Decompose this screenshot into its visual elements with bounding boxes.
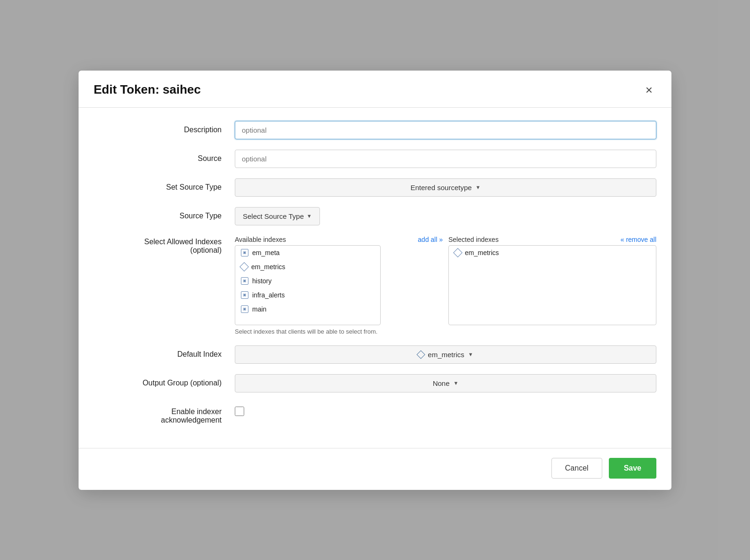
- remove-all-link[interactable]: « remove all: [621, 236, 656, 243]
- modal-body: Description Source Set Source Type Enter…: [79, 108, 671, 448]
- allowed-indexes-label: Select Allowed Indexes(optional): [94, 236, 235, 255]
- enable-indexer-checkbox[interactable]: [235, 407, 244, 416]
- source-label: Source: [94, 150, 235, 163]
- output-group-control: None ▼: [235, 374, 656, 392]
- output-group-value: None: [433, 379, 450, 387]
- available-label: Available indexes: [235, 236, 286, 243]
- source-type-row: Source Type Select Source Type ▼: [94, 207, 656, 225]
- default-index-value: em_metrics: [428, 351, 464, 359]
- diamond-icon-available: [239, 262, 249, 272]
- indexes-columns-wrap: Available indexes add all » ▣ em_meta: [235, 236, 656, 325]
- indexes-hint: Select indexes that clients will be able…: [235, 328, 656, 335]
- chevron-down-icon-4: ▼: [453, 380, 458, 386]
- default-index-button[interactable]: em_metrics ▼: [235, 345, 656, 364]
- source-input[interactable]: [235, 150, 656, 168]
- list-item[interactable]: ▣ main: [235, 302, 380, 316]
- output-group-row: Output Group (optional) None ▼: [94, 374, 656, 392]
- modal-footer: Cancel Save: [79, 448, 671, 490]
- source-type-control: Select Source Type ▼: [235, 207, 656, 225]
- set-source-type-row: Set Source Type Entered sourcetype ▼: [94, 178, 656, 197]
- enable-indexer-row: Enable indexeracknowledgement: [94, 403, 656, 424]
- description-row: Description: [94, 121, 656, 139]
- chevron-down-icon-2: ▼: [307, 213, 312, 219]
- list-item[interactable]: em_metrics: [449, 246, 656, 260]
- set-source-type-control: Entered sourcetype ▼: [235, 178, 656, 197]
- description-input[interactable]: [235, 121, 656, 139]
- output-group-button[interactable]: None ▼: [235, 374, 656, 392]
- close-button[interactable]: ×: [642, 82, 656, 98]
- diamond-icon-default: [417, 350, 425, 359]
- selected-indexes-list: em_metrics: [448, 245, 656, 325]
- modal-title: Edit Token: saihec: [94, 82, 201, 97]
- allowed-indexes-control: Available indexes add all » ▣ em_meta: [235, 236, 656, 335]
- output-group-label: Output Group (optional): [94, 374, 235, 387]
- selected-header: Selected indexes « remove all: [448, 236, 656, 243]
- available-indexes-list: ▣ em_meta em_metrics ▣ history: [235, 245, 381, 325]
- cancel-button[interactable]: Cancel: [551, 458, 602, 479]
- save-button[interactable]: Save: [609, 458, 656, 479]
- list-item[interactable]: ▣ infra_alerts: [235, 288, 380, 302]
- chevron-down-icon: ▼: [476, 184, 481, 190]
- set-source-type-label: Set Source Type: [94, 178, 235, 192]
- add-all-link[interactable]: add all »: [418, 236, 443, 243]
- enable-indexer-label: Enable indexeracknowledgement: [94, 403, 235, 424]
- default-index-row: Default Index em_metrics ▼: [94, 345, 656, 364]
- description-control: [235, 121, 656, 139]
- default-index-label: Default Index: [94, 345, 235, 359]
- source-type-button[interactable]: Select Source Type ▼: [235, 207, 320, 225]
- doc-icon: ▣: [241, 291, 248, 299]
- doc-icon: ▣: [241, 277, 248, 285]
- set-source-type-button[interactable]: Entered sourcetype ▼: [235, 178, 656, 197]
- list-item[interactable]: em_metrics: [235, 260, 380, 274]
- source-row: Source: [94, 150, 656, 168]
- modal-overlay: Edit Token: saihec × Description Source: [0, 0, 750, 560]
- diamond-icon-selected: [453, 248, 463, 257]
- modal-header: Edit Token: saihec ×: [79, 71, 671, 108]
- set-source-type-value: Entered sourcetype: [411, 184, 472, 192]
- available-header: Available indexes add all »: [235, 236, 443, 243]
- available-indexes-col: Available indexes add all » ▣ em_meta: [235, 236, 443, 325]
- chevron-down-icon-3: ▼: [468, 352, 473, 357]
- doc-icon: ▣: [241, 305, 248, 313]
- allowed-indexes-row: Select Allowed Indexes(optional) Availab…: [94, 236, 656, 335]
- list-item[interactable]: ▣ em_meta: [235, 246, 380, 260]
- description-label: Description: [94, 121, 235, 134]
- doc-icon: ▣: [241, 249, 248, 256]
- list-item[interactable]: ▣ history: [235, 274, 380, 288]
- default-index-control: em_metrics ▼: [235, 345, 656, 364]
- edit-token-modal: Edit Token: saihec × Description Source: [79, 71, 671, 490]
- selected-indexes-col: Selected indexes « remove all em_metrics: [448, 236, 656, 325]
- selected-label: Selected indexes: [448, 236, 499, 243]
- source-type-value: Select Source Type: [243, 212, 304, 220]
- source-type-label: Source Type: [94, 207, 235, 220]
- source-control: [235, 150, 656, 168]
- enable-indexer-control: [235, 403, 656, 416]
